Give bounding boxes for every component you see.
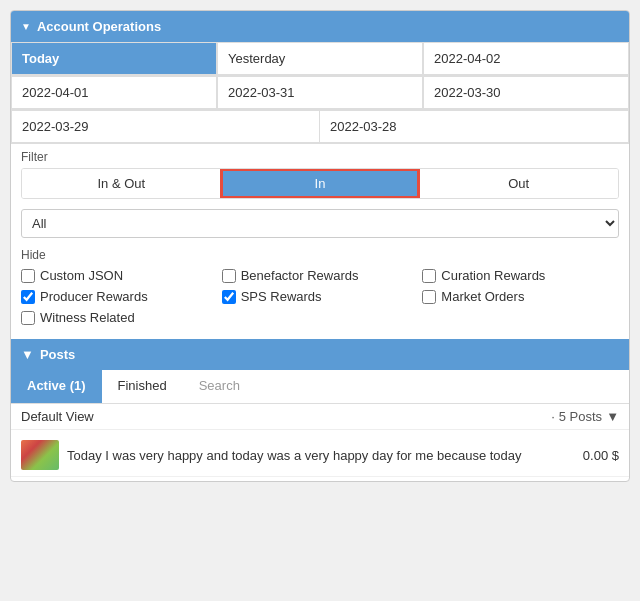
account-operations-arrow-icon: ▼ [21,21,31,32]
default-view-label: Default View [21,409,94,424]
date-2022-03-28-button[interactable]: 2022-03-28 [320,110,629,143]
posts-header: ▼ Posts [11,339,629,370]
date-2022-04-01-button[interactable]: 2022-04-01 [11,76,217,109]
date-grid-row1: Today Yesterday 2022-04-02 [11,42,629,76]
checkbox-sps-rewards-input[interactable] [222,290,236,304]
main-container: ▼ Account Operations Today Yesterday 202… [10,10,630,482]
checkbox-custom-json[interactable]: Custom JSON [21,268,218,283]
checkbox-producer-rewards[interactable]: Producer Rewards [21,289,218,304]
posts-title: Posts [40,347,75,362]
checkbox-producer-rewards-input[interactable] [21,290,35,304]
checkbox-witness-related-input[interactable] [21,311,35,325]
post-text: Today I was very happy and today was a v… [67,448,575,463]
checkbox-custom-json-input[interactable] [21,269,35,283]
filter-in-out-button[interactable]: In & Out [22,169,221,198]
checkbox-market-orders[interactable]: Market Orders [422,289,619,304]
posts-count-chevron-icon: ▼ [606,409,619,424]
checkbox-curation-rewards[interactable]: Curation Rewards [422,268,619,283]
posts-options-row: Default View · 5 Posts ▼ [11,404,629,430]
account-operations-header: ▼ Account Operations [11,11,629,42]
checkbox-market-orders-input[interactable] [422,290,436,304]
date-grid-row3: 2022-03-29 2022-03-28 [11,110,629,144]
account-operations-title: Account Operations [37,19,161,34]
date-grid-row2: 2022-04-01 2022-03-31 2022-03-30 [11,76,629,110]
hide-label: Hide [21,248,619,262]
posts-count-value: 5 Posts [559,409,602,424]
dropdown-row: All [11,205,629,242]
date-2022-04-02-button[interactable]: 2022-04-02 [423,42,629,75]
date-today-button[interactable]: Today [11,42,217,75]
checkbox-benefactor-rewards-label: Benefactor Rewards [241,268,359,283]
filter-label: Filter [21,150,619,164]
date-yesterday-button[interactable]: Yesterday [217,42,423,75]
tab-active[interactable]: Active (1) [11,370,102,403]
checkbox-benefactor-rewards-input[interactable] [222,269,236,283]
post-thumbnail [21,440,59,470]
checkbox-curation-rewards-label: Curation Rewards [441,268,545,283]
tab-finished[interactable]: Finished [102,370,183,403]
posts-count-area: · 5 Posts ▼ [551,409,619,424]
checkbox-sps-rewards[interactable]: SPS Rewards [222,289,419,304]
filter-in-button[interactable]: In [221,169,420,198]
checkbox-witness-related-label: Witness Related [40,310,135,325]
hide-section: Hide Custom JSON Benefactor Rewards Cura… [11,242,629,335]
post-item[interactable]: Today I was very happy and today was a v… [11,434,629,477]
checkbox-market-orders-label: Market Orders [441,289,524,304]
posts-tabs: Active (1) Finished Search [11,370,629,404]
date-2022-03-31-button[interactable]: 2022-03-31 [217,76,423,109]
date-2022-03-29-button[interactable]: 2022-03-29 [11,110,320,143]
checkboxes-grid: Custom JSON Benefactor Rewards Curation … [21,268,619,325]
checkbox-sps-rewards-label: SPS Rewards [241,289,322,304]
all-dropdown[interactable]: All [21,209,619,238]
checkbox-producer-rewards-label: Producer Rewards [40,289,148,304]
posts-count-separator: · [551,409,555,424]
post-amount: 0.00 $ [583,448,619,463]
posts-list: Today I was very happy and today was a v… [11,430,629,481]
posts-arrow-icon: ▼ [21,347,34,362]
checkbox-witness-related[interactable]: Witness Related [21,310,218,325]
date-2022-03-30-button[interactable]: 2022-03-30 [423,76,629,109]
filter-out-button[interactable]: Out [419,169,618,198]
checkbox-benefactor-rewards[interactable]: Benefactor Rewards [222,268,419,283]
search-placeholder-text: Search [199,378,240,393]
filter-buttons: In & Out In Out [21,168,619,199]
checkbox-custom-json-label: Custom JSON [40,268,123,283]
tab-search[interactable]: Search [183,370,629,403]
filter-section: Filter In & Out In Out [11,144,629,199]
checkbox-curation-rewards-input[interactable] [422,269,436,283]
